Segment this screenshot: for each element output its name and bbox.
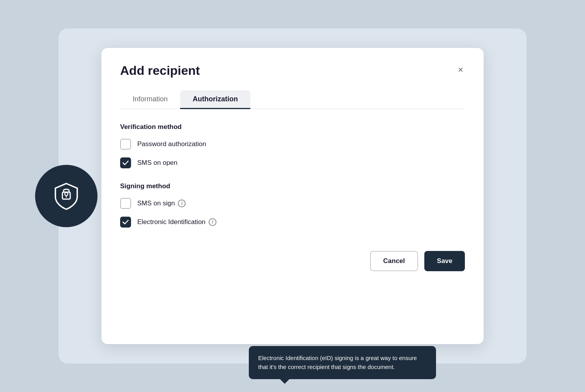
- password-auth-checkbox[interactable]: [120, 139, 131, 150]
- tooltip: Electronic Identification (eID) signing …: [249, 346, 436, 379]
- shield-icon-circle: [35, 165, 98, 227]
- list-item: Password authorization: [120, 139, 465, 150]
- password-auth-label: Password authorization: [137, 140, 206, 148]
- sms-on-sign-info-icon[interactable]: i: [178, 200, 186, 207]
- modal-header: Add recipient ×: [120, 64, 465, 78]
- check-icon: [122, 220, 129, 224]
- electronic-id-label: Electronic Identification i: [137, 218, 216, 226]
- shield-icon: [51, 180, 82, 212]
- backdrop: Add recipient × Information Authorizatio…: [58, 28, 526, 364]
- sms-on-sign-label: SMS on sign i: [137, 200, 186, 207]
- verification-section-title: Verification method: [120, 123, 465, 131]
- cancel-button[interactable]: Cancel: [370, 251, 418, 271]
- close-button[interactable]: ×: [456, 64, 465, 76]
- electronic-id-info-icon[interactable]: i: [209, 218, 216, 226]
- electronic-id-checkbox[interactable]: [120, 217, 131, 228]
- tabs-container: Information Authorization: [120, 90, 465, 109]
- signing-section-title: Signing method: [120, 182, 465, 190]
- signing-options: SMS on sign i Electronic Identification …: [120, 198, 465, 228]
- save-button[interactable]: Save: [424, 251, 465, 271]
- signing-section: Signing method SMS on sign i: [120, 182, 465, 228]
- list-item: SMS on sign i: [120, 198, 465, 209]
- verification-options: Password authorization SMS on open: [120, 139, 465, 168]
- modal-footer: Cancel Save: [120, 251, 465, 271]
- tab-information[interactable]: Information: [120, 90, 180, 109]
- sms-on-sign-checkbox[interactable]: [120, 198, 131, 209]
- verification-section: Verification method Password authorizati…: [120, 123, 465, 168]
- modal-title: Add recipient: [120, 64, 200, 78]
- sms-on-open-label: SMS on open: [137, 159, 177, 167]
- svg-point-1: [65, 192, 68, 196]
- check-icon: [122, 161, 129, 165]
- list-item: SMS on open: [120, 157, 465, 168]
- modal: Add recipient × Information Authorizatio…: [101, 48, 484, 344]
- list-item: Electronic Identification i: [120, 217, 465, 228]
- tab-authorization[interactable]: Authorization: [180, 90, 250, 109]
- sms-on-open-checkbox[interactable]: [120, 157, 131, 168]
